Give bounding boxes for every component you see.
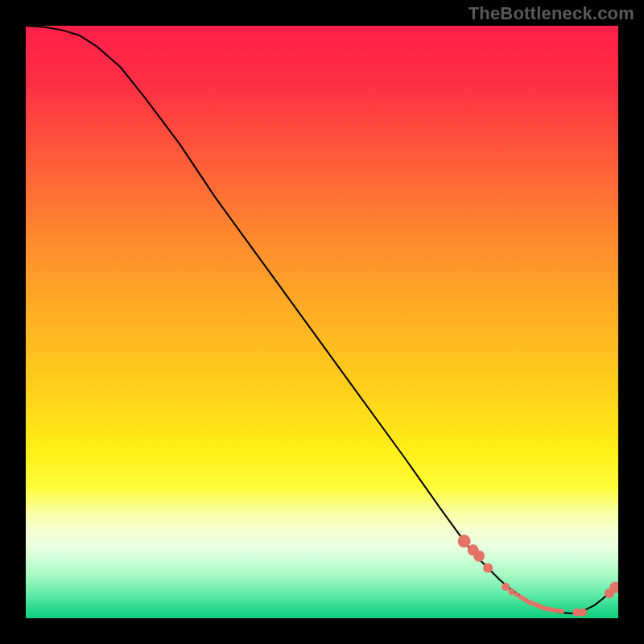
chart-stage: TheBottleneck.com [0,0,644,644]
plot-background [26,26,618,618]
watermark-text: TheBottleneck.com [469,3,634,24]
data-marker [502,583,510,591]
data-marker [473,551,485,562]
data-marker [559,609,564,613]
plot-svg [26,26,618,618]
data-marker [514,592,518,597]
plot-panel [26,26,618,618]
data-marker [509,588,515,595]
data-marker [579,609,587,617]
data-marker [483,563,493,572]
data-marker [458,535,471,547]
